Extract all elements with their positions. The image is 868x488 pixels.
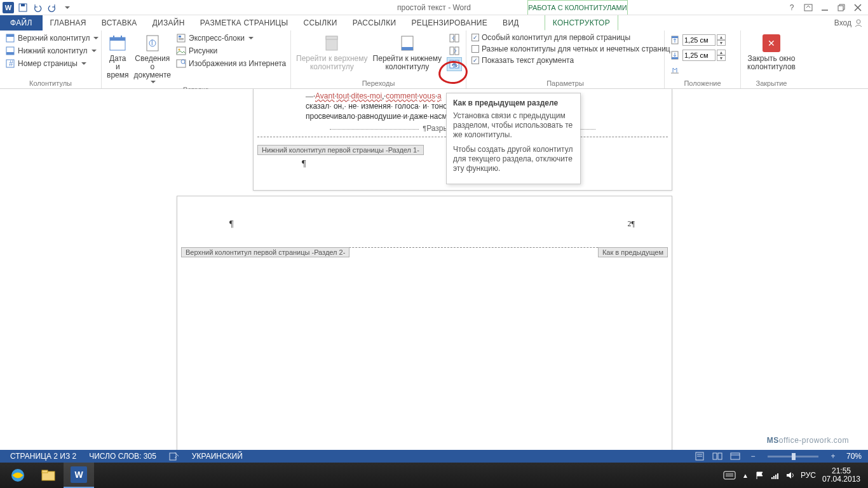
status-page[interactable]: СТРАНИЦА 2 ИЗ 2 [4,452,83,461]
footer-from-bottom-field[interactable]: ▲▼ [667,48,728,62]
tab-page-layout[interactable]: РАЗМЕТКА СТРАНИЦЫ [193,15,296,30]
group-hf-label: Колонтитулы [3,78,98,88]
svg-rect-48 [718,453,722,459]
header-from-top-field[interactable]: ▲▼ [667,33,728,47]
quick-parts-button[interactable]: Экспресс-блоки [173,32,288,44]
alignment-tab-icon [670,65,680,75]
tab-design[interactable]: ДИЗАЙН [145,15,193,30]
tray-volume-icon[interactable] [785,471,794,480]
spin-up-icon[interactable]: ▲ [717,50,726,55]
svg-rect-54 [724,471,735,479]
tab-home[interactable]: ГЛАВНАЯ [43,15,94,30]
view-read-mode-icon[interactable] [710,451,724,462]
undo-icon[interactable] [31,1,44,15]
tray-flag-icon[interactable] [755,471,764,480]
taskbar-ie-icon[interactable] [3,463,33,488]
svg-rect-1 [21,4,25,6]
svg-point-24 [179,49,180,51]
svg-rect-59 [775,475,776,479]
spin-up-icon[interactable]: ▲ [717,34,726,40]
sign-in-label: Вход [834,18,851,27]
date-time-button[interactable]: Дата ивремя [104,32,131,81]
tab-view[interactable]: ВИД [495,15,527,30]
taskbar-explorer-icon[interactable] [33,463,64,488]
ribbon-display-icon[interactable] [801,1,816,15]
quick-parts-label: Экспресс-блоки [189,34,245,43]
page-number-icon: # [5,58,15,69]
tab-references[interactable]: ССЫЛКИ [295,15,344,30]
tray-keyboard-icon[interactable] [723,471,736,480]
status-bar: СТРАНИЦА 2 ИЗ 2 ЧИСЛО СЛОВ: 305 УКРАИНСК… [0,450,868,463]
app-icon[interactable]: W [1,1,15,15]
footer-icon [5,46,15,56]
view-print-layout-icon[interactable] [693,451,707,462]
different-odd-even-label: Разные колонтитулы для четных и нечетных… [482,44,670,53]
svg-text:i: i [151,38,153,47]
spin-down-icon[interactable]: ▼ [717,40,726,46]
svg-rect-49 [731,453,740,459]
redo-icon[interactable] [45,1,59,15]
same-as-previous-tag: Как в предыдущем [598,247,668,257]
header-top-input[interactable] [682,34,715,46]
document-info-button[interactable]: i Сведения одокументе [131,32,173,85]
view-web-layout-icon[interactable] [728,451,742,462]
online-pictures-button[interactable]: Изображения из Интернета [173,57,288,70]
link-to-previous-button[interactable] [447,57,462,71]
pictures-button[interactable]: Рисунки [173,44,288,57]
different-first-label: Особый колонтитул для первой страницы [482,33,630,42]
tray-language[interactable]: РУС [801,471,816,480]
help-icon[interactable]: ? [784,1,799,15]
taskbar-word-icon[interactable]: W [64,463,94,488]
online-pictures-label: Изображения из Интернета [189,59,286,68]
zoom-in-button[interactable]: + [826,451,840,462]
tab-hf-design[interactable]: КОНСТРУКТОР [545,15,618,30]
svg-rect-32 [450,34,454,42]
different-first-page-checkbox[interactable]: ✓Особый колонтитул для первой страницы [469,32,633,43]
previous-section-button[interactable] [447,32,462,44]
tray-network-icon[interactable] [770,471,779,480]
show-document-text-checkbox[interactable]: ✓Показать текст документа [469,55,576,66]
save-icon[interactable] [16,1,30,15]
svg-rect-58 [773,476,775,479]
minimize-icon[interactable] [817,1,832,15]
header-button[interactable]: Верхний колонтитул [3,32,101,44]
page-number-field: 2¶ [628,219,635,229]
tab-insert[interactable]: ВСТАВКА [94,15,145,30]
page-number-button[interactable]: #Номер страницы [3,57,89,70]
tab-file[interactable]: ФАЙЛ [0,15,43,30]
spin-down-icon[interactable]: ▼ [717,55,726,61]
insert-alignment-tab-button[interactable] [667,64,682,76]
svg-rect-35 [455,47,459,55]
status-language[interactable]: УКРАИНСКИЙ [186,452,249,461]
footer-button[interactable]: Нижний колонтитул [3,44,99,57]
document-area[interactable]: —·Avant·tout·dites-moi,·comment·vous·a с… [0,89,868,451]
footer-bottom-input[interactable] [682,50,715,61]
sign-in-button[interactable]: Вход [829,15,868,30]
tray-up-icon[interactable]: ▲ [742,472,749,479]
qat-customize-icon[interactable] [60,1,74,15]
svg-rect-43 [170,453,176,460]
zoom-slider[interactable] [768,456,818,458]
tray-clock[interactable]: 21:5507.04.2013 [822,467,860,484]
next-section-button[interactable] [447,44,462,57]
zoom-level[interactable]: 70% [844,452,864,461]
svg-rect-9 [6,52,14,55]
restore-icon[interactable] [834,1,849,15]
footer-label: Нижний колонтитул [18,46,88,55]
status-word-count[interactable]: ЧИСЛО СЛОВ: 305 [83,452,163,461]
zoom-out-button[interactable]: − [746,451,760,462]
link-previous-icon [449,59,459,69]
status-proofing-icon[interactable] [163,452,186,461]
svg-rect-33 [455,34,459,42]
different-odd-even-checkbox[interactable]: Разные колонтитулы для четных и нечетных… [469,43,673,55]
page-2[interactable]: ¶ 2¶ Верхний колонтитул первой страницы … [177,196,672,451]
header-label: Верхний колонтитул [18,34,90,43]
close-icon[interactable] [850,1,865,15]
tab-review[interactable]: РЕЦЕНЗИРОВАНИЕ [403,15,495,30]
checkbox-icon [471,45,479,53]
tab-mailings[interactable]: РАССЫЛКИ [345,15,404,30]
group-position-label: Положение [667,78,738,88]
close-hf-icon: ✕ [761,33,782,53]
goto-footer-button[interactable]: Перейти к нижнемуколонтитулу [370,32,445,72]
close-hf-button[interactable]: ✕ Закрыть окноколонтитулов [745,32,798,72]
